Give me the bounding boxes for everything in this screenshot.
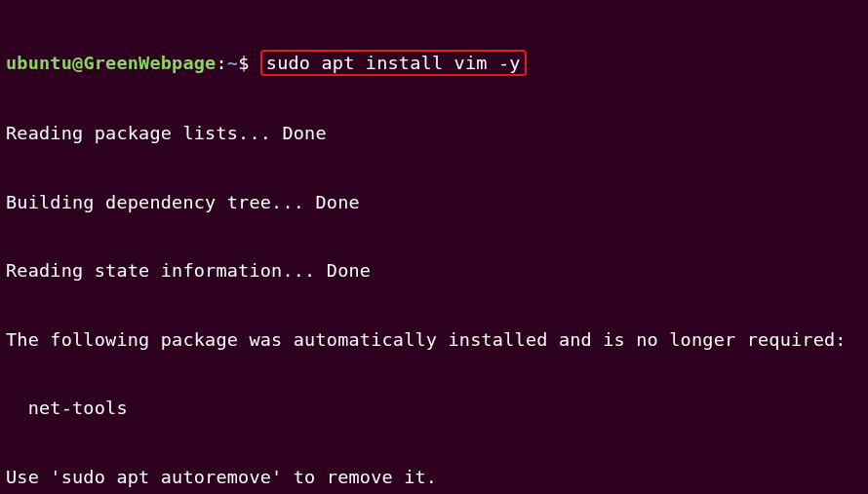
prompt-dollar: $ — [238, 53, 249, 73]
output-line: Use 'sudo apt autoremove' to remove it. — [6, 466, 862, 488]
output-line: net-tools — [6, 397, 862, 419]
command-highlight-box: sudo apt install vim -y — [260, 50, 527, 76]
prompt-colon: : — [216, 53, 226, 73]
prompt-path: ~ — [227, 53, 238, 73]
output-line: Building dependency tree... Done — [6, 191, 862, 213]
output-line: Reading package lists... Done — [6, 122, 862, 144]
terminal-window[interactable]: ubuntu@GreenWebpage:~$ sudo apt install … — [6, 4, 862, 494]
prompt-user: ubuntu — [6, 53, 72, 73]
prompt-host: GreenWebpage — [83, 53, 216, 73]
prompt-at: @ — [72, 53, 83, 73]
command-text: sudo apt install vim -y — [266, 53, 521, 73]
prompt-line: ubuntu@GreenWebpage:~$ sudo apt install … — [6, 50, 862, 76]
output-line: The following package was automatically … — [6, 328, 862, 351]
output-line: Reading state information... Done — [6, 259, 862, 282]
